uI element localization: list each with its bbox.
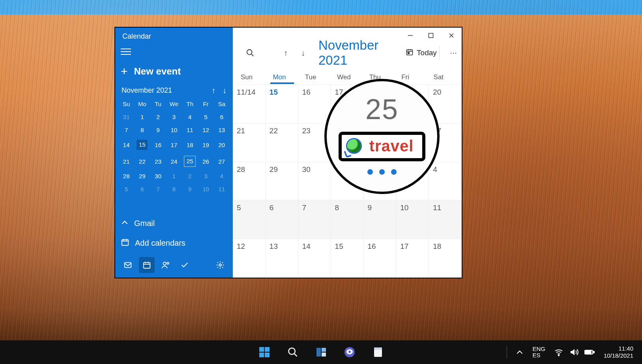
battery-icon[interactable]	[584, 347, 595, 357]
day-cell[interactable]: 15	[331, 239, 364, 278]
day-cell[interactable]: 11	[429, 200, 462, 239]
mini-day-cell[interactable]: 1	[134, 110, 150, 123]
mini-day-cell[interactable]: 4	[182, 110, 198, 123]
volume-icon[interactable]	[569, 347, 578, 357]
mini-prev-month-button[interactable]: ↑	[212, 86, 215, 95]
settings-nav-button[interactable]	[212, 257, 228, 273]
window-maximize-button[interactable]	[421, 28, 441, 43]
mini-day-cell[interactable]: 30	[150, 170, 166, 183]
mini-day-cell[interactable]: 9	[182, 183, 198, 196]
day-cell[interactable]: 10	[396, 200, 429, 239]
day-cell[interactable]: 16	[363, 239, 396, 278]
mini-day-cell[interactable]: 12	[198, 123, 213, 136]
day-cell[interactable]: 17	[396, 239, 429, 278]
mini-day-cell[interactable]: 13	[214, 123, 230, 136]
taskbar-search-button[interactable]	[284, 343, 301, 361]
mini-day-cell[interactable]: 15	[134, 136, 150, 153]
account-gmail-toggle[interactable]: Gmail	[115, 214, 233, 233]
tray-overflow-button[interactable]	[516, 343, 524, 361]
language-switcher[interactable]: ENG ES	[532, 346, 545, 359]
mini-day-cell[interactable]: 25	[182, 153, 198, 170]
day-cell[interactable]: 13	[266, 239, 298, 278]
wifi-icon[interactable]	[554, 347, 563, 357]
mini-day-cell[interactable]: 8	[134, 123, 150, 136]
todo-nav-button[interactable]	[177, 257, 193, 273]
day-cell[interactable]: 29	[266, 162, 298, 201]
mini-next-month-button[interactable]: ↓	[223, 86, 226, 95]
mini-day-cell[interactable]: 5	[198, 110, 213, 123]
day-cell[interactable]: 18	[429, 239, 462, 278]
mini-day-cell[interactable]: 11	[182, 123, 198, 136]
day-cell[interactable]: 11/14	[233, 85, 266, 123]
mini-day-cell[interactable]: 17	[166, 136, 182, 153]
day-cell[interactable]: 8	[331, 200, 364, 239]
mini-calendar-month[interactable]: November 2021	[122, 86, 172, 95]
day-cell[interactable]: 15	[266, 85, 298, 123]
mini-day-cell[interactable]: 3	[198, 170, 213, 183]
mini-day-cell[interactable]: 6	[134, 183, 150, 196]
mini-day-cell[interactable]: 28	[118, 170, 134, 183]
mini-day-cell[interactable]: 2	[150, 110, 166, 123]
people-nav-button[interactable]	[158, 257, 174, 273]
mini-day-cell[interactable]: 3	[166, 110, 182, 123]
day-cell[interactable]: 30	[298, 162, 331, 201]
mini-day-cell[interactable]: 10	[198, 183, 213, 196]
mini-day-cell[interactable]: 5	[118, 183, 134, 196]
mini-day-cell[interactable]: 18	[182, 136, 198, 153]
teams-chat-button[interactable]	[341, 343, 358, 361]
file-explorer-button[interactable]	[369, 343, 387, 361]
day-cell[interactable]: 16	[298, 85, 331, 123]
day-cell[interactable]: 9	[363, 200, 396, 239]
mini-day-cell[interactable]: 24	[166, 153, 182, 170]
mini-day-cell[interactable]: 2	[182, 170, 198, 183]
window-close-button[interactable]	[441, 28, 462, 43]
task-view-button[interactable]	[313, 343, 330, 361]
zoom-event-chip[interactable]: travel	[339, 132, 426, 161]
next-period-button[interactable]: ↓	[298, 49, 308, 58]
start-button[interactable]	[256, 343, 273, 361]
day-cell[interactable]: 21	[233, 123, 266, 162]
mini-day-cell[interactable]: 21	[118, 153, 134, 170]
more-events-indicator[interactable]	[367, 169, 397, 175]
prev-period-button[interactable]: ↑	[281, 49, 291, 58]
mail-nav-button[interactable]	[120, 257, 136, 273]
day-cell[interactable]: 4	[429, 162, 462, 201]
mini-day-cell[interactable]: 9	[150, 123, 166, 136]
mini-day-cell[interactable]: 19	[198, 136, 213, 153]
mini-day-cell[interactable]: 1	[166, 170, 182, 183]
mini-day-cell[interactable]: 10	[166, 123, 182, 136]
day-cell[interactable]: 5	[233, 200, 266, 239]
mini-day-cell[interactable]: 29	[134, 170, 150, 183]
new-event-button[interactable]: + New event	[115, 63, 233, 86]
day-cell[interactable]: 22	[266, 123, 298, 162]
mini-day-cell[interactable]: 23	[150, 153, 166, 170]
mini-day-cell[interactable]: 31	[118, 110, 134, 123]
day-cell[interactable]: 28	[233, 162, 266, 201]
mini-day-cell[interactable]: 27	[214, 153, 230, 170]
mini-day-cell[interactable]: 7	[150, 183, 166, 196]
day-cell[interactable]: 14	[298, 239, 331, 278]
language-primary: ENG	[532, 346, 545, 353]
mini-day-cell[interactable]: 16	[150, 136, 166, 153]
window-minimize-button[interactable]	[400, 28, 421, 43]
month-title[interactable]: November 2021	[318, 38, 399, 68]
mini-day-cell[interactable]: 20	[214, 136, 230, 153]
mini-day-cell[interactable]: 7	[118, 123, 134, 136]
mini-day-cell[interactable]: 6	[214, 110, 230, 123]
search-button[interactable]	[244, 45, 257, 60]
calendar-nav-button[interactable]	[139, 257, 155, 273]
day-cell[interactable]: 12	[233, 239, 266, 278]
day-cell[interactable]: 7	[298, 200, 331, 239]
mini-day-cell[interactable]: 4	[214, 170, 230, 183]
day-cell[interactable]: 6	[266, 200, 298, 239]
mini-day-cell[interactable]: 14	[118, 136, 134, 153]
add-calendars-button[interactable]: Add calendars	[115, 233, 233, 253]
taskbar-clock[interactable]: 11:40 10/18/2021	[604, 345, 633, 359]
mini-day-cell[interactable]: 11	[214, 183, 230, 196]
mini-day-cell[interactable]: 26	[198, 153, 213, 170]
today-button[interactable]: Today	[406, 46, 440, 60]
mini-day-cell[interactable]: 8	[166, 183, 182, 196]
more-options-button[interactable]: ⋯	[447, 49, 459, 57]
mini-day-cell[interactable]: 22	[134, 153, 150, 170]
hamburger-menu-button[interactable]	[115, 45, 233, 63]
